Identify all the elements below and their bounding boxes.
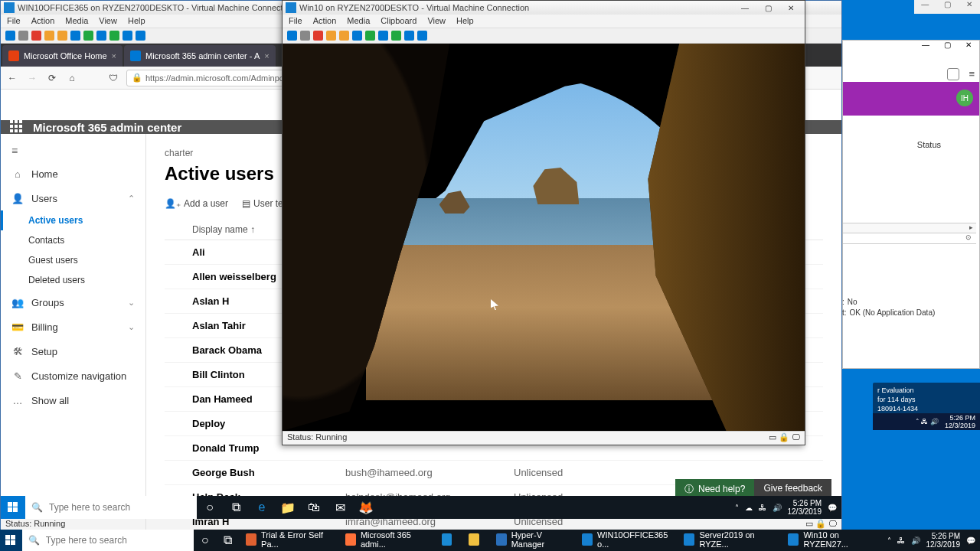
peek-scroll-row[interactable]: ▸ bbox=[843, 223, 976, 233]
avatar[interactable]: IH bbox=[956, 90, 973, 106]
menu-help[interactable]: Help bbox=[128, 16, 145, 26]
taskbar-item[interactable]: Win10 on RYZEN27... bbox=[782, 530, 882, 551]
vm-front-menubar[interactable]: File Action Media Clipboard View Help bbox=[283, 15, 805, 28]
vm-front-body[interactable] bbox=[283, 44, 805, 431]
taskbar-item[interactable]: Microsoft 365 admi... bbox=[339, 530, 436, 551]
reload-button[interactable]: ⟳ bbox=[45, 71, 59, 85]
guest-taskbar[interactable]: 🔍Type here to search ○ ⧉ e 📁 🛍 ✉ 🦊 ˄ ☁ 🖧… bbox=[1, 496, 841, 519]
add-user-button[interactable]: 👤₊Add a user bbox=[165, 198, 228, 209]
notifications-icon[interactable]: 💬 bbox=[828, 504, 837, 512]
tab-admin-center[interactable]: Microsoft 365 admin center - A × bbox=[124, 45, 276, 67]
maximize-button[interactable]: ▢ bbox=[936, 0, 959, 14]
start-button[interactable] bbox=[0, 530, 22, 551]
close-button[interactable]: ✕ bbox=[780, 2, 802, 14]
checkpoint-icon[interactable] bbox=[378, 31, 388, 41]
taskbar-item[interactable]: Server2019 on RYZE... bbox=[678, 530, 782, 551]
host-taskbar[interactable]: 🔍Type here to search ○ ⧉ Trial & Error S… bbox=[0, 530, 980, 551]
network-icon[interactable]: 🖧 bbox=[759, 504, 766, 512]
menu-action[interactable]: Action bbox=[313, 16, 337, 26]
volume-icon[interactable]: 🔊 bbox=[911, 536, 920, 545]
hamburger-icon[interactable]: ≡ bbox=[1, 140, 145, 161]
share-icon[interactable] bbox=[136, 31, 145, 41]
start-icon[interactable] bbox=[365, 31, 375, 41]
minimize-button[interactable]: — bbox=[915, 41, 936, 49]
taskview-icon[interactable]: ⧉ bbox=[217, 530, 240, 551]
checkpoint-icon[interactable] bbox=[96, 31, 106, 41]
start-button[interactable] bbox=[1, 496, 25, 519]
edge-icon[interactable]: e bbox=[249, 496, 275, 519]
menu-clipboard[interactable]: Clipboard bbox=[381, 16, 416, 26]
pause-icon[interactable] bbox=[352, 31, 362, 41]
sidebar-item-users[interactable]: 👤Users⌃ bbox=[1, 186, 145, 210]
clock[interactable]: 5:26 PM12/3/2019 bbox=[926, 532, 961, 549]
save-icon[interactable] bbox=[339, 31, 349, 41]
sidebar-item-showall[interactable]: …Show all bbox=[1, 388, 145, 412]
maximize-button[interactable]: ▢ bbox=[936, 41, 958, 49]
notifications-icon[interactable]: 💬 bbox=[966, 536, 975, 545]
container-icon[interactable] bbox=[947, 68, 959, 80]
menu-help[interactable]: Help bbox=[456, 16, 474, 26]
sidebar-item-billing[interactable]: 💳Billing⌄ bbox=[1, 315, 145, 339]
system-tray[interactable]: ˄ 🖧 🔊 5:26 PM12/3/2019 💬 bbox=[883, 532, 981, 549]
maximize-button[interactable]: ▢ bbox=[757, 2, 779, 14]
sidebar-item-setup[interactable]: 🛠Setup bbox=[1, 339, 145, 364]
system-tray[interactable]: ˄ ☁ 🖧 🔊 5:26 PM12/3/2019 💬 bbox=[730, 499, 842, 516]
tab-office-home[interactable]: Microsoft Office Home × bbox=[2, 45, 122, 67]
minimize-button[interactable]: — bbox=[914, 0, 936, 14]
tray-chevron-icon[interactable]: ˄ bbox=[735, 504, 739, 512]
revert-icon[interactable] bbox=[391, 31, 401, 41]
close-button[interactable]: ✕ bbox=[958, 0, 980, 14]
sidebar-item-home[interactable]: ⌂Home bbox=[1, 161, 145, 186]
home-button[interactable]: ⌂ bbox=[65, 71, 79, 85]
menu-media[interactable]: Media bbox=[65, 16, 88, 26]
save-icon[interactable] bbox=[57, 31, 67, 41]
sidebar-item-customize[interactable]: ✎Customize navigation bbox=[1, 364, 145, 388]
explorer-icon[interactable]: 📁 bbox=[275, 496, 301, 519]
vm-front-toolbar[interactable] bbox=[283, 28, 805, 44]
tray-icons[interactable]: ˄ 🖧 🔊 bbox=[916, 418, 939, 425]
onedrive-icon[interactable]: ☁ bbox=[745, 504, 753, 512]
taskbar-item[interactable]: Trial & Error Self Pa... bbox=[240, 530, 339, 551]
close-button[interactable]: ✕ bbox=[958, 41, 979, 49]
toolbar-icon[interactable] bbox=[300, 31, 310, 41]
shutdown-icon[interactable] bbox=[44, 31, 54, 41]
menu-file[interactable]: File bbox=[289, 16, 302, 26]
menu-view[interactable]: View bbox=[99, 16, 117, 26]
taskview-icon[interactable]: ⧉ bbox=[223, 496, 249, 519]
cortana-icon[interactable]: ○ bbox=[194, 530, 217, 551]
menu-media[interactable]: Media bbox=[347, 16, 370, 26]
sidebar-sub-active-users[interactable]: Active users bbox=[1, 210, 145, 230]
taskbar-item[interactable] bbox=[462, 530, 489, 551]
minimize-button[interactable]: — bbox=[734, 2, 756, 14]
vm-front-titlebar[interactable]: Win10 on RYZEN2700DESKTO - Virtual Machi… bbox=[283, 1, 805, 15]
back-button[interactable]: ← bbox=[5, 71, 19, 85]
close-tab-icon[interactable]: × bbox=[112, 51, 116, 60]
ctrl-alt-del-icon[interactable] bbox=[287, 31, 297, 41]
browser-menu-icon[interactable]: ≡ bbox=[969, 68, 975, 80]
cortana-icon[interactable]: ○ bbox=[197, 496, 223, 519]
tray-chevron-icon[interactable]: ˄ bbox=[887, 536, 891, 545]
clock[interactable]: 5:26 PM12/3/2019 bbox=[788, 499, 822, 516]
taskbar-item[interactable]: WIN10OFFICE365 o... bbox=[576, 530, 678, 551]
scroll-right-icon[interactable]: ▸ bbox=[965, 223, 976, 233]
taskbar-item[interactable]: Hyper-V Manager bbox=[490, 530, 576, 551]
sidebar-sub-contacts[interactable]: Contacts bbox=[1, 230, 145, 250]
start-icon[interactable] bbox=[83, 31, 93, 41]
search-box[interactable]: 🔍Type here to search bbox=[22, 530, 194, 551]
pause-icon[interactable] bbox=[70, 31, 80, 41]
enh-session-icon[interactable] bbox=[404, 31, 414, 41]
sidebar-sub-guest[interactable]: Guest users bbox=[1, 250, 145, 270]
stop-icon[interactable] bbox=[313, 31, 323, 41]
search-box[interactable]: 🔍Type here to search bbox=[25, 496, 197, 519]
shield-icon[interactable]: 🛡 bbox=[106, 71, 120, 85]
ctrl-alt-del-icon[interactable] bbox=[5, 31, 15, 41]
stop-icon[interactable] bbox=[31, 31, 41, 41]
sidebar-item-groups[interactable]: 👥Groups⌄ bbox=[1, 290, 145, 315]
shutdown-icon[interactable] bbox=[326, 31, 336, 41]
store-icon[interactable]: 🛍 bbox=[301, 496, 327, 519]
menu-file[interactable]: File bbox=[7, 16, 21, 26]
network-icon[interactable]: 🖧 bbox=[897, 536, 905, 545]
peek-row-expand[interactable]: ⊙ bbox=[843, 233, 976, 244]
share-icon[interactable] bbox=[417, 31, 427, 41]
menu-view[interactable]: View bbox=[427, 16, 446, 26]
